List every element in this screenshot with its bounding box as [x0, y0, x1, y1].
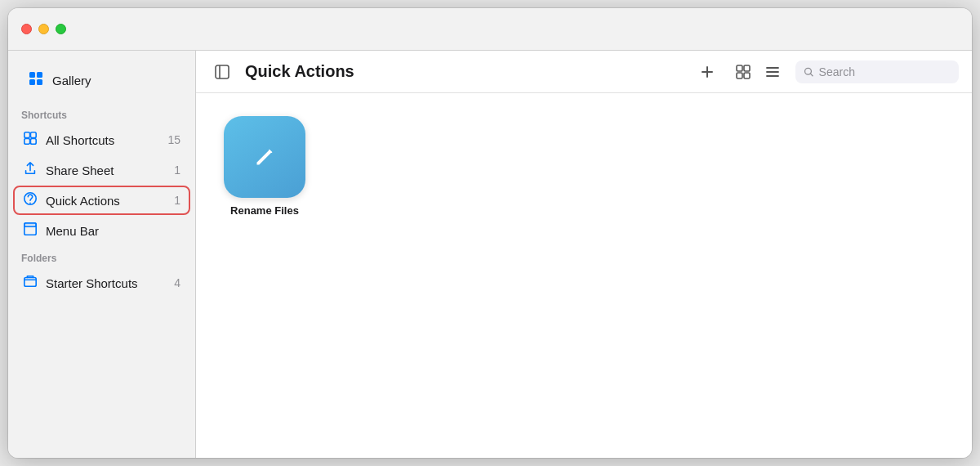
- svg-rect-10: [24, 223, 36, 227]
- sidebar-item-share-sheet[interactable]: Share Sheet 1: [13, 155, 190, 185]
- traffic-lights: [21, 24, 66, 34]
- title-bar: [8, 8, 972, 51]
- starter-shortcuts-count: 4: [174, 276, 180, 289]
- folders-section-header: Folders: [8, 246, 195, 267]
- svg-rect-3: [37, 79, 42, 85]
- detail-toolbar: Quick Actions: [196, 51, 972, 93]
- sidebar-toggle-button[interactable]: [209, 59, 235, 85]
- app-window: Gallery Shortcuts All Shortcuts: [8, 8, 972, 458]
- view-toggle-buttons: [730, 59, 786, 85]
- svg-rect-5: [30, 132, 36, 138]
- grid-view-button[interactable]: [730, 59, 756, 85]
- search-icon: [804, 66, 814, 78]
- shortcut-icon-rename-files: [224, 116, 305, 198]
- maximize-button[interactable]: [56, 24, 66, 34]
- starter-shortcuts-label: Starter Shortcuts: [46, 276, 138, 290]
- svg-rect-6: [24, 138, 30, 144]
- svg-rect-7: [30, 138, 36, 144]
- detail-title: Quick Actions: [245, 62, 684, 81]
- all-shortcuts-label: All Shortcuts: [46, 133, 114, 147]
- svg-rect-4: [24, 132, 30, 138]
- sidebar-item-all-shortcuts[interactable]: All Shortcuts 15: [13, 125, 190, 155]
- quick-actions-label: Quick Actions: [46, 194, 120, 208]
- sidebar-item-quick-actions[interactable]: Quick Actions 1: [13, 186, 190, 215]
- search-bar[interactable]: [795, 60, 959, 83]
- all-shortcuts-icon: [23, 131, 38, 149]
- sidebar-item-gallery[interactable]: Gallery: [15, 64, 189, 96]
- quick-actions-count: 1: [174, 194, 180, 207]
- share-sheet-label: Share Sheet: [46, 164, 114, 177]
- svg-rect-12: [216, 65, 229, 78]
- minimize-button[interactable]: [38, 24, 49, 34]
- svg-rect-13: [737, 65, 742, 71]
- search-input[interactable]: [819, 65, 951, 78]
- sidebar-item-menu-bar[interactable]: Menu Bar: [13, 216, 190, 245]
- all-shortcuts-count: 15: [167, 133, 180, 146]
- shortcut-card-rename-files[interactable]: Rename Files: [216, 113, 314, 220]
- sidebar: Gallery Shortcuts All Shortcuts: [8, 51, 196, 458]
- detail-pane: Quick Actions: [196, 51, 972, 458]
- sidebar-item-starter-shortcuts[interactable]: Starter Shortcuts 4: [13, 268, 190, 298]
- svg-rect-11: [24, 278, 36, 287]
- svg-rect-15: [737, 73, 742, 78]
- shortcuts-section-header: Shortcuts: [8, 103, 195, 124]
- quick-actions-icon: [23, 191, 38, 209]
- starter-shortcuts-icon: [23, 274, 38, 292]
- svg-rect-0: [29, 72, 35, 78]
- share-sheet-icon: [23, 161, 38, 179]
- svg-rect-14: [744, 65, 750, 71]
- shortcut-name-rename-files: Rename Files: [230, 204, 299, 217]
- main-content: Gallery Shortcuts All Shortcuts: [8, 51, 972, 458]
- add-button[interactable]: [694, 59, 720, 85]
- menu-bar-label: Menu Bar: [46, 224, 99, 238]
- detail-content: Rename Files: [196, 93, 972, 458]
- gallery-icon: [28, 70, 44, 90]
- close-button[interactable]: [21, 24, 32, 34]
- svg-rect-1: [37, 72, 42, 78]
- svg-rect-16: [744, 73, 750, 78]
- share-sheet-count: 1: [174, 164, 180, 177]
- svg-rect-2: [29, 79, 35, 85]
- menu-bar-icon: [23, 222, 38, 240]
- gallery-label: Gallery: [52, 74, 91, 87]
- list-view-button[interactable]: [760, 59, 786, 85]
